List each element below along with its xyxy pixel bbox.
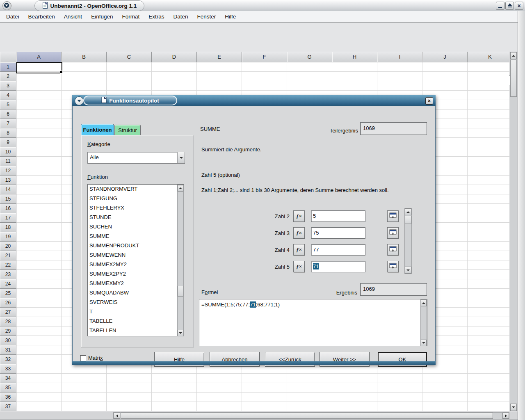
row-header-13[interactable]: 13 (0, 176, 16, 185)
column-header-B[interactable]: B (62, 52, 107, 62)
row-header-23[interactable]: 23 (0, 270, 16, 279)
function-list-item[interactable]: SUMMEWENN (88, 251, 177, 260)
column-header-I[interactable]: I (377, 52, 422, 62)
window-menu-button[interactable] (2, 1, 11, 10)
function-list-item[interactable]: T (88, 307, 177, 317)
row-header-12[interactable]: 12 (0, 166, 16, 176)
row-header-33[interactable]: 33 (0, 364, 16, 374)
category-combo[interactable]: Alle (87, 152, 185, 164)
argument-input[interactable]: 75 (311, 227, 365, 239)
function-list-item[interactable]: STEIGUNG (88, 194, 177, 203)
column-header-H[interactable]: H (332, 52, 377, 62)
row-header-31[interactable]: 31 (0, 345, 16, 355)
row-header-5[interactable]: 5 (0, 100, 16, 110)
menu-item-ansicht[interactable]: Ansicht (59, 11, 87, 22)
row-header-2[interactable]: 2 (0, 72, 16, 81)
menu-item-einfgen[interactable]: Einfügen (87, 11, 117, 22)
row-header-21[interactable]: 21 (0, 251, 16, 260)
function-list-item[interactable]: SUCHEN (88, 222, 177, 232)
dialog-close-button[interactable]: × (425, 97, 433, 105)
row-header-34[interactable]: 34 (0, 374, 16, 383)
arguments-scroll-thumb[interactable] (405, 216, 411, 224)
row-header-27[interactable]: 27 (0, 308, 16, 317)
shrink-button[interactable] (387, 210, 399, 222)
scroll-left-button[interactable] (114, 413, 120, 419)
function-list-item[interactable]: SUMMENPRODUKT (88, 241, 177, 251)
fx-button[interactable]: ƒ× (293, 244, 305, 256)
selection-handle[interactable] (60, 71, 63, 73)
row-header-15[interactable]: 15 (0, 194, 16, 204)
shrink-button[interactable] (387, 261, 399, 272)
row-header-22[interactable]: 22 (0, 260, 16, 270)
menu-item-datei[interactable]: Datei (2, 11, 24, 22)
tab-funktionen[interactable]: Funktionen (81, 124, 114, 135)
row-header-28[interactable]: 28 (0, 317, 16, 326)
row-header-20[interactable]: 20 (0, 242, 16, 251)
row-header-37[interactable]: 37 (0, 402, 16, 411)
row-header-4[interactable]: 4 (0, 91, 16, 100)
function-list-item[interactable]: SUMQUADABW (88, 288, 177, 298)
menu-item-fenster[interactable]: Fenster (193, 11, 221, 22)
menu-item-bearbeiten[interactable]: Bearbeiten (24, 11, 59, 22)
matrix-checkbox[interactable] (80, 355, 86, 361)
scroll-up-button[interactable] (178, 185, 183, 192)
row-header-7[interactable]: 7 (0, 119, 16, 128)
horizontal-scroll-thumb[interactable] (121, 413, 493, 419)
tab-struktur[interactable]: Struktur (114, 125, 141, 135)
row-header-10[interactable]: 10 (0, 147, 16, 157)
row-header-8[interactable]: 8 (0, 128, 16, 138)
scroll-down-button[interactable] (405, 267, 411, 274)
scroll-up-button[interactable] (510, 52, 517, 59)
fx-button[interactable]: ƒ× (293, 210, 305, 222)
arguments-scrollbar[interactable] (404, 208, 412, 274)
row-header-26[interactable]: 26 (0, 298, 16, 308)
corner-header[interactable] (0, 52, 16, 62)
function-list-item[interactable]: STANDNORMVERT (88, 185, 177, 194)
menu-item-hilfe[interactable]: Hilfe (220, 11, 240, 22)
shrink-button[interactable] (387, 227, 399, 239)
window-title-pill[interactable]: Unbenannt2 - OpenOffice.org 1.1 (34, 0, 144, 11)
horizontal-scrollbar[interactable] (113, 412, 509, 419)
formula-box-scrollbar[interactable] (420, 299, 427, 346)
function-list-item[interactable]: SUMMEXMY2 (88, 279, 177, 288)
function-list-item[interactable]: STUNDE (88, 213, 177, 222)
column-header-E[interactable]: E (197, 52, 242, 62)
row-header-35[interactable]: 35 (0, 383, 16, 393)
row-header-19[interactable]: 19 (0, 232, 16, 242)
shrink-button[interactable] (387, 244, 399, 256)
function-listbox[interactable]: STANDNORMVERTSTEIGUNGSTFEHLERYXSTUNDESUC… (87, 184, 184, 336)
scroll-down-button[interactable] (178, 330, 183, 336)
row-header-9[interactable]: 9 (0, 138, 16, 147)
row-header-30[interactable]: 30 (0, 336, 16, 345)
row-header-6[interactable]: 6 (0, 110, 16, 119)
row-header-36[interactable]: 36 (0, 393, 16, 402)
menu-item-format[interactable]: Format (117, 11, 144, 22)
argument-input[interactable]: 71 (311, 261, 365, 272)
scroll-up-button[interactable] (421, 300, 427, 306)
argument-input[interactable]: 77 (311, 244, 365, 256)
scroll-right-button[interactable] (502, 413, 509, 419)
row-header-14[interactable]: 14 (0, 185, 16, 194)
fx-button[interactable]: ƒ× (293, 261, 305, 272)
argument-input[interactable]: 5 (311, 210, 365, 222)
column-header-J[interactable]: J (422, 52, 468, 62)
column-header-K[interactable]: K (468, 52, 509, 62)
scroll-up-button[interactable] (405, 208, 411, 215)
row-header-11[interactable]: 11 (0, 157, 16, 166)
close-button[interactable]: × (515, 2, 523, 10)
scroll-down-button[interactable] (510, 404, 517, 411)
fx-button[interactable]: ƒ× (293, 227, 305, 239)
listbox-scrollbar[interactable] (177, 185, 184, 336)
column-header-D[interactable]: D (152, 52, 197, 62)
function-list-item[interactable]: STFEHLERYX (88, 203, 177, 213)
row-header-24[interactable]: 24 (0, 279, 16, 289)
function-list-item[interactable]: SUMMEX2MY2 (88, 260, 177, 269)
function-list-item[interactable]: SVERWEIS (88, 298, 177, 307)
row-header-1[interactable]: 1 (0, 62, 16, 72)
row-header-29[interactable]: 29 (0, 326, 16, 336)
listbox-scroll-thumb[interactable] (178, 286, 183, 297)
column-header-A[interactable]: A (16, 52, 62, 62)
minimize-button[interactable] (496, 2, 504, 10)
function-list-item[interactable]: SUMMEX2PY2 (88, 269, 177, 279)
row-header-17[interactable]: 17 (0, 213, 16, 223)
